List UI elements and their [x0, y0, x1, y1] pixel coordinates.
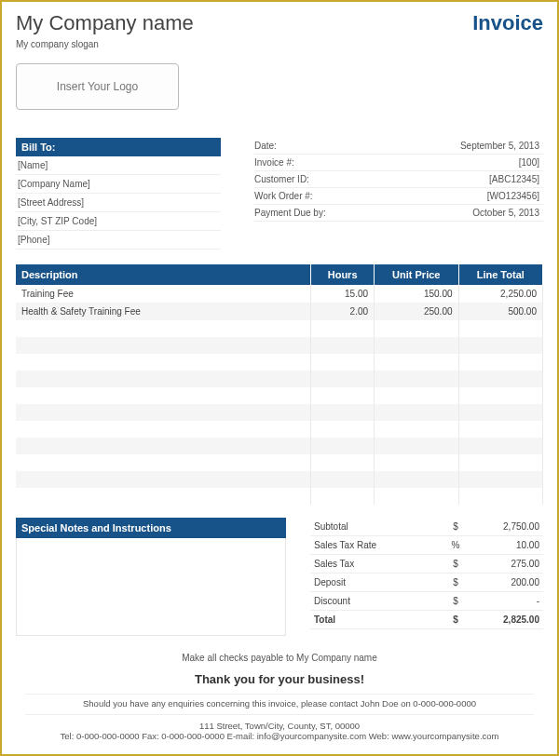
cell-total — [458, 438, 542, 454]
cell-hours — [311, 488, 375, 505]
cell-total — [458, 488, 542, 505]
discount-value: - — [465, 596, 539, 606]
deposit-label: Deposit — [314, 577, 446, 587]
cell-hours: 15.00 — [311, 285, 375, 303]
cell-total: 2,250.00 — [458, 285, 542, 303]
checks-payable: Make all checks payable to My Company na… — [25, 653, 534, 663]
company-slogan: My company slogan — [16, 39, 194, 49]
company-contact: Tel: 0-000-000-0000 Fax: 0-000-000-0000 … — [25, 731, 534, 741]
cell-hours — [311, 337, 375, 354]
cell-total — [458, 371, 542, 387]
cell-description — [16, 404, 311, 421]
tax-rate-label: Sales Tax Rate — [314, 540, 446, 550]
cell-hours — [311, 354, 375, 371]
sales-tax-value: 275.00 — [465, 559, 539, 569]
table-row — [16, 320, 543, 337]
total-label: Total — [314, 614, 446, 625]
cell-hours — [311, 320, 375, 337]
enquiries-text: Should you have any enquiries concerning… — [25, 694, 534, 709]
table-row — [16, 438, 543, 454]
header: My Company name My company slogan Invoic… — [16, 11, 543, 49]
company-address: 111 Street, Town/City, County, ST, 00000 — [25, 714, 534, 731]
table-row — [16, 471, 543, 488]
cell-hours — [311, 421, 375, 438]
th-hours: Hours — [311, 264, 375, 285]
cell-price — [375, 421, 458, 438]
discount-label: Discount — [314, 596, 446, 606]
due-label: Payment Due by: — [254, 208, 357, 218]
date-value: September 5, 2013 — [357, 141, 543, 151]
bill-to-name: [Name] — [16, 156, 221, 175]
cell-description — [16, 488, 311, 505]
subtotal-label: Subtotal — [314, 521, 446, 532]
cell-description — [16, 421, 311, 438]
table-row: Health & Safety Training Fee2.00250.0050… — [16, 303, 543, 320]
bill-to-phone: [Phone] — [16, 231, 221, 250]
deposit-value: 200.00 — [465, 577, 539, 587]
cell-hours — [311, 371, 375, 387]
cell-description — [16, 337, 311, 354]
cell-price — [375, 354, 458, 371]
cell-price — [375, 454, 458, 471]
table-row: Training Fee15.00150.002,250.00 — [16, 285, 543, 303]
bill-to-company: [Company Name] — [16, 175, 221, 194]
notes-block: Special Notes and Instructions — [16, 518, 286, 636]
bill-to-header: Bill To: — [16, 138, 221, 156]
cell-total — [458, 320, 542, 337]
th-unit-price: Unit Price — [375, 264, 458, 285]
logo-placeholder[interactable]: Insert Your Logo — [16, 63, 179, 110]
cell-total — [458, 421, 542, 438]
cell-hours — [311, 404, 375, 421]
cell-price — [375, 320, 458, 337]
cell-total — [458, 471, 542, 488]
bill-to-block: Bill To: [Name] [Company Name] [Street A… — [16, 138, 221, 250]
cell-hours — [311, 438, 375, 454]
table-row — [16, 404, 543, 421]
cell-description — [16, 371, 311, 387]
cell-price — [375, 404, 458, 421]
cell-description — [16, 438, 311, 454]
customer-id-label: Customer ID: — [254, 174, 357, 184]
th-description: Description — [16, 264, 311, 285]
due-value: October 5, 2013 — [357, 208, 543, 218]
date-label: Date: — [254, 141, 357, 151]
table-row — [16, 371, 543, 387]
cell-description — [16, 387, 311, 404]
table-row — [16, 337, 543, 354]
cell-total — [458, 354, 542, 371]
table-row — [16, 454, 543, 471]
cell-price: 150.00 — [375, 285, 458, 303]
cell-price — [375, 438, 458, 454]
sales-tax-label: Sales Tax — [314, 559, 446, 569]
total-value: 2,825.00 — [465, 614, 539, 625]
bill-to-street: [Street Address] — [16, 194, 221, 212]
notes-header: Special Notes and Instructions — [16, 518, 286, 538]
cell-total: 500.00 — [458, 303, 542, 320]
cell-total — [458, 337, 542, 354]
totals-block: Subtotal$2,750.00 Sales Tax Rate%10.00 S… — [310, 518, 543, 636]
notes-body — [16, 538, 286, 636]
cell-total — [458, 404, 542, 421]
company-name: My Company name — [16, 11, 194, 35]
cell-price — [375, 387, 458, 404]
table-row — [16, 488, 543, 505]
cell-price — [375, 488, 458, 505]
cell-hours — [311, 454, 375, 471]
cell-price — [375, 471, 458, 488]
table-row — [16, 421, 543, 438]
workorder-value: [WO123456] — [357, 191, 543, 201]
cell-hours — [311, 387, 375, 404]
invoice-title: Invoice — [472, 11, 543, 35]
table-row — [16, 387, 543, 404]
cell-description — [16, 354, 311, 371]
cell-hours — [311, 471, 375, 488]
cell-total — [458, 454, 542, 471]
customer-id-value: [ABC12345] — [357, 174, 543, 184]
invoice-num-label: Invoice #: — [254, 157, 357, 168]
cell-description: Training Fee — [16, 285, 311, 303]
cell-price — [375, 371, 458, 387]
cell-description — [16, 320, 311, 337]
thank-you: Thank you for your business! — [25, 672, 534, 686]
cell-price: 250.00 — [375, 303, 458, 320]
invoice-num-value: [100] — [357, 157, 543, 168]
